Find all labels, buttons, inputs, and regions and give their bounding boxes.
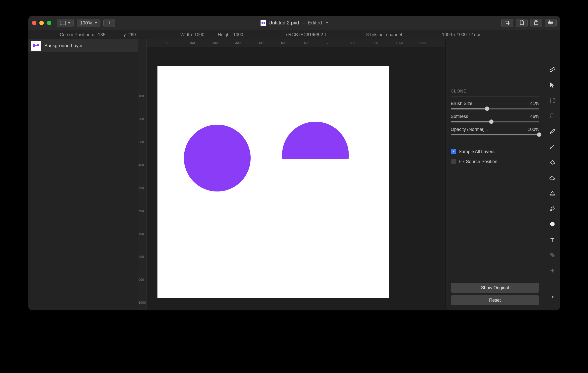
crop-tool-button[interactable] bbox=[549, 97, 556, 105]
svg-rect-0 bbox=[60, 21, 66, 25]
brush-size-label: Brush Size bbox=[451, 101, 472, 106]
svg-point-19 bbox=[550, 114, 555, 117]
horizontal-ruler: 0 100 200 300 400 500 600 700 800 900 10… bbox=[147, 39, 445, 47]
chevron-down-icon bbox=[326, 22, 328, 23]
color-picker-tool-button[interactable] bbox=[549, 128, 556, 136]
cursor-icon bbox=[550, 82, 555, 89]
chevron-down-icon bbox=[68, 22, 71, 24]
svg-point-21 bbox=[554, 163, 555, 164]
svg-point-24 bbox=[551, 209, 552, 210]
svg-point-8 bbox=[549, 21, 550, 22]
info-bar: Cursor Position x: -135 y: 269 Width: 10… bbox=[28, 30, 560, 39]
crop-tool-button[interactable] bbox=[501, 19, 513, 27]
opacity-slider[interactable] bbox=[451, 134, 539, 135]
layer-item[interactable]: Background Layer bbox=[28, 39, 138, 52]
ruler-tick: 600 bbox=[139, 209, 144, 213]
show-original-button[interactable]: Show Original bbox=[451, 283, 539, 293]
opacity-label[interactable]: Opacity (Normal) bbox=[451, 127, 488, 132]
svg-point-14 bbox=[287, 150, 342, 178]
ruler-tick: 900 bbox=[139, 278, 144, 281]
page-button[interactable] bbox=[516, 19, 528, 27]
cursor-y-label: y: 269 bbox=[124, 32, 136, 37]
slider-thumb[interactable] bbox=[489, 119, 494, 124]
svg-point-2 bbox=[261, 22, 263, 24]
ruler-tick: 100 bbox=[139, 94, 144, 98]
eraser-tool-button[interactable] bbox=[549, 175, 556, 182]
adjustments-button[interactable] bbox=[545, 19, 557, 27]
canvas-area[interactable]: 0 100 200 300 400 500 600 700 800 900 10… bbox=[138, 39, 445, 310]
sidebar-toggle-button[interactable] bbox=[57, 19, 74, 27]
ruler-tick: 500 bbox=[139, 186, 144, 190]
stamp-icon bbox=[549, 190, 555, 197]
close-window-button[interactable] bbox=[32, 21, 36, 25]
slider-thumb[interactable] bbox=[485, 106, 489, 111]
sample-all-layers-checkbox[interactable]: ✓ bbox=[451, 149, 456, 154]
pen-tool-button[interactable] bbox=[549, 205, 556, 213]
fullscreen-window-button[interactable] bbox=[47, 21, 51, 25]
fix-source-checkbox[interactable] bbox=[451, 159, 456, 164]
text-tool-button[interactable]: T bbox=[549, 236, 556, 244]
bucket-icon bbox=[549, 159, 555, 166]
reset-button[interactable]: Reset bbox=[451, 295, 539, 305]
share-icon bbox=[534, 20, 538, 26]
svg-point-25 bbox=[550, 222, 555, 226]
svg-point-10 bbox=[550, 23, 551, 24]
text-icon: T bbox=[550, 237, 554, 244]
app-window: 100% + Untitled 2.pxd — Edited bbox=[28, 16, 560, 310]
inspector-panel: CLONE Brush Size 41% Softness 46% bbox=[445, 39, 544, 310]
effects-tool-button[interactable] bbox=[549, 267, 556, 275]
softness-control: Softness 46% bbox=[451, 114, 539, 122]
bits-label: 8-bits per channel bbox=[366, 32, 402, 37]
body: Background Layer 0 100 200 300 400 500 6… bbox=[28, 39, 560, 310]
share-button[interactable] bbox=[530, 19, 542, 27]
lasso-icon bbox=[549, 113, 555, 120]
clone-tool-button[interactable] bbox=[549, 190, 556, 197]
height-label: Height: 1000 bbox=[218, 32, 243, 37]
repair-tool-button[interactable] bbox=[549, 66, 556, 74]
canvas[interactable] bbox=[157, 66, 389, 298]
ruler-tick: 700 bbox=[327, 41, 332, 45]
document-title[interactable]: Untitled 2.pxd — Edited bbox=[261, 20, 328, 26]
add-button[interactable]: + bbox=[103, 19, 115, 27]
brush-icon bbox=[549, 144, 555, 151]
crop-icon bbox=[550, 98, 555, 104]
softness-value: 46% bbox=[530, 114, 539, 119]
slider-thumb[interactable] bbox=[537, 132, 541, 137]
layer-name: Background Layer bbox=[44, 43, 83, 48]
ruler-tick: 800 bbox=[139, 255, 144, 259]
ruler-tick: 100 bbox=[189, 41, 195, 45]
fill-tool-button[interactable] bbox=[549, 159, 556, 167]
document-icon bbox=[261, 20, 266, 26]
lasso-tool-button[interactable] bbox=[549, 113, 556, 120]
zoom-value: 100% bbox=[80, 20, 92, 26]
color-adjust-tool-button[interactable] bbox=[549, 252, 556, 259]
sample-all-layers-row[interactable]: ✓ Sample All Layers bbox=[451, 149, 539, 154]
ruler-tick: 1000 bbox=[396, 41, 403, 45]
minimize-window-button[interactable] bbox=[39, 21, 44, 25]
expand-tools-button[interactable]: ›› bbox=[549, 293, 556, 300]
brush-size-control: Brush Size 41% bbox=[451, 101, 539, 109]
circle-icon bbox=[550, 221, 555, 228]
svg-rect-18 bbox=[550, 98, 554, 102]
softness-slider[interactable] bbox=[451, 121, 539, 122]
layers-panel: Background Layer bbox=[28, 39, 138, 310]
ruler-tick: 300 bbox=[139, 140, 144, 144]
svg-point-3 bbox=[263, 22, 265, 24]
svg-point-11 bbox=[33, 44, 36, 47]
svg-point-20 bbox=[550, 132, 551, 133]
svg-point-27 bbox=[552, 254, 555, 257]
zoom-dropdown[interactable]: 100% bbox=[77, 19, 100, 27]
sliders-icon bbox=[548, 20, 553, 26]
shape-tool-button[interactable] bbox=[549, 221, 556, 228]
move-tool-button[interactable] bbox=[549, 82, 556, 89]
colorspace-label: sRGB IEC61966-2.1 bbox=[286, 32, 327, 37]
width-label: Width: 1000 bbox=[180, 32, 204, 37]
brush-size-slider[interactable] bbox=[451, 108, 539, 109]
edited-label: — Edited bbox=[301, 20, 322, 26]
dimensions-label: 1000 x 1000 72 dpi bbox=[442, 32, 480, 37]
fix-source-row[interactable]: Fix Source Position bbox=[451, 159, 539, 164]
window-controls bbox=[32, 21, 51, 25]
softness-label: Softness bbox=[451, 114, 468, 119]
layer-thumbnail bbox=[31, 41, 41, 51]
brush-tool-button[interactable] bbox=[549, 144, 556, 151]
